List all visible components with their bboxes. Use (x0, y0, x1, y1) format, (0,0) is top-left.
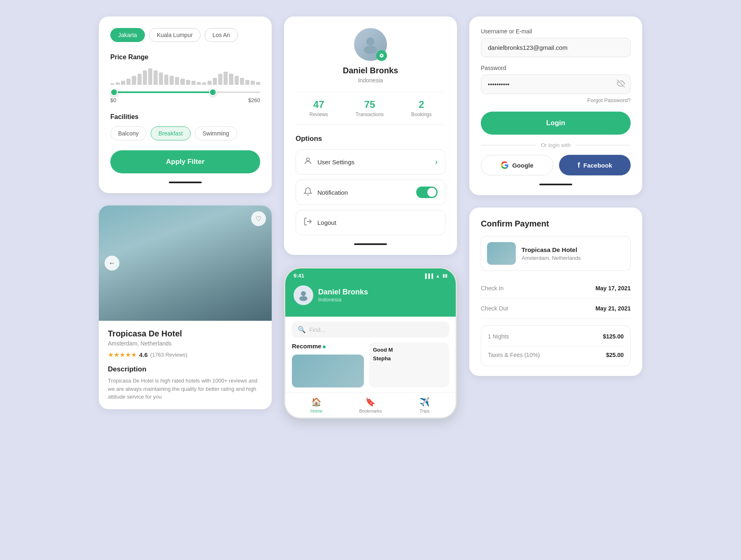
google-label: Google (512, 162, 534, 169)
profile-home-indicator (354, 243, 387, 245)
nav-trips-label: Trips (419, 408, 429, 413)
logout-item[interactable]: Logout (296, 210, 445, 235)
histogram-bar (121, 81, 125, 85)
login-button[interactable]: Login (481, 112, 631, 135)
facebook-login-button[interactable]: f Facebook (559, 155, 631, 175)
svg-point-4 (301, 291, 306, 296)
greeting-name: Stepha (373, 355, 445, 362)
stat-bookings-value: 2 (411, 99, 431, 110)
nav-bookmarks[interactable]: 🔖 Bookmarks (347, 397, 393, 413)
status-time: 9:41 (294, 273, 304, 279)
password-input[interactable] (481, 75, 631, 94)
app-avatar (294, 285, 313, 305)
option-left: User Settings (303, 156, 354, 168)
or-divider: Or login with (481, 142, 631, 148)
settings-arrow-icon: › (435, 158, 438, 166)
google-icon (501, 161, 509, 169)
nav-bookmarks-label: Bookmarks (359, 408, 382, 413)
password-label: Password (481, 65, 631, 71)
price-labels: $0 $260 (110, 97, 260, 103)
hotel-bookmark-button[interactable]: ♡ (251, 211, 266, 226)
find-bar[interactable]: 🔍 Find... (292, 322, 449, 338)
notification-toggle[interactable] (416, 187, 438, 198)
stat-transactions-value: 75 (356, 99, 384, 110)
nav-trips[interactable]: ✈️ Trips (402, 397, 447, 413)
checkout-label: Check Out (481, 305, 508, 312)
username-label: Username or E-mail (481, 28, 631, 35)
hotel-rating-score: 4.6 (139, 351, 148, 358)
hotel-back-button[interactable]: ← (105, 256, 119, 271)
search-icon: 🔍 (298, 326, 306, 334)
username-input[interactable] (481, 38, 631, 57)
facility-swimming[interactable]: Swimming (195, 126, 237, 140)
histogram-bar (180, 79, 184, 85)
logout-label: Logout (317, 219, 336, 226)
hotel-thumbnail (487, 242, 516, 265)
hotel-card: ← ♡ Tropicasa De Hotel Amsterdam, Nether… (99, 205, 272, 409)
divider-left (481, 145, 536, 145)
signal-icon: ▐▐▐ (424, 273, 433, 278)
hotel-name: Tropicasa De Hotel (108, 329, 263, 338)
hotel-desc-title: Description (108, 365, 263, 373)
profile-avatar-wrapper (354, 28, 387, 61)
price-thumb-max[interactable] (209, 89, 217, 96)
status-icons: ▐▐▐ ▲ ▮▮ (424, 273, 447, 278)
checkin-label: Check In (481, 285, 503, 292)
histogram-bar (126, 79, 130, 85)
app-left-section: Recomme (292, 343, 364, 387)
options-title: Options (296, 135, 445, 143)
histogram-bar (148, 68, 152, 85)
city-tab-kuala[interactable]: Kuala Lumpur (149, 28, 200, 42)
bookmark-icon: 🔖 (365, 397, 375, 407)
checkout-value: May 21, 2021 (595, 305, 631, 312)
facilities-title: Facilities (110, 113, 260, 121)
home-indicator (169, 182, 202, 183)
app-avatar-svg (298, 289, 309, 301)
recommend-title: Recomme (292, 343, 364, 350)
svg-point-2 (306, 158, 309, 161)
price-min-label: $0 (110, 97, 116, 103)
city-tab-jakarta[interactable]: Jakarta (110, 28, 145, 42)
hotel-summary-location: Amsterdam, Netherlands (522, 255, 581, 261)
facility-breakfast[interactable]: Breakfast (151, 126, 191, 140)
histogram-bar (159, 72, 163, 85)
camera-badge[interactable] (376, 50, 387, 61)
logout-left: Logout (303, 217, 336, 228)
facility-balcony[interactable]: Balcony (110, 126, 147, 140)
histogram-bar (202, 82, 206, 85)
logout-icon (303, 217, 312, 228)
user-settings-item[interactable]: User Settings › (296, 149, 445, 175)
histogram-bar (110, 83, 114, 85)
hotel-review-count: (1763 Reviews) (150, 352, 187, 358)
hotel-image-bg (99, 205, 272, 321)
google-login-button[interactable]: Google (481, 155, 553, 175)
histogram-bar (235, 76, 239, 85)
stat-reviews: 47 Reviews (310, 99, 328, 118)
facebook-icon: f (578, 161, 580, 170)
price-slider[interactable] (110, 91, 260, 93)
profile-stats: 47 Reviews 75 Transactions 2 Bookings (296, 92, 445, 125)
notification-item[interactable]: Notification (296, 180, 445, 205)
histogram-bar (143, 70, 147, 85)
city-tabs: Jakarta Kuala Lumpur Los An (110, 28, 260, 42)
profile-card: Daniel Bronks Indonesia 47 Reviews 75 Tr… (284, 16, 457, 255)
hotel-info: Tropicasa De Hotel Amsterdam, Netherland… (99, 321, 272, 409)
toggle-knob (427, 188, 436, 197)
price-slider-fill (110, 91, 215, 93)
hotel-summary-name: Tropicasa De Hotel (522, 246, 581, 253)
apply-filter-button[interactable]: Apply Filter (110, 150, 260, 173)
price-range-title: Price Range (110, 54, 260, 61)
home-icon: 🏠 (311, 397, 322, 407)
filter-card: Jakarta Kuala Lumpur Los An Price Range … (99, 16, 272, 193)
svg-point-1 (364, 46, 377, 54)
price-thumb-min[interactable] (110, 89, 118, 96)
stat-bookings: 2 Bookings (411, 99, 431, 118)
cost-section: 1 Nights $125.00 Taxes & Fees (10%) $25.… (481, 325, 631, 366)
histogram-bar (213, 78, 217, 85)
app-right-section: Good M Stepha (369, 343, 449, 387)
nav-home[interactable]: 🏠 Home (294, 397, 339, 413)
city-tab-los[interactable]: Los An (205, 28, 238, 42)
eye-toggle-icon[interactable] (617, 79, 625, 89)
histogram-bar (170, 76, 174, 85)
forgot-password-link[interactable]: Forgot Password? (481, 97, 631, 103)
